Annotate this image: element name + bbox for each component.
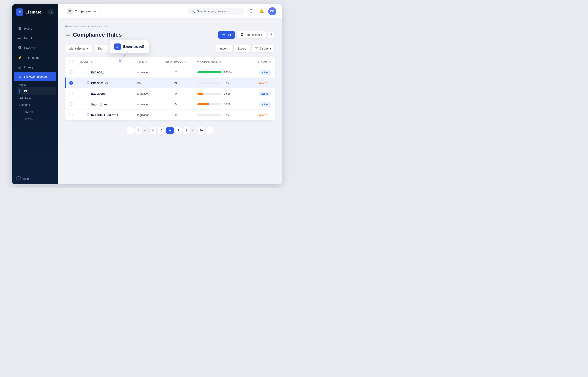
progress-bar-fill <box>197 103 209 105</box>
drag-handle-icon[interactable]: ⋮⋮ <box>80 71 85 74</box>
row-checkbox[interactable] <box>69 103 72 106</box>
type-cell: regulation <box>133 99 158 110</box>
show-button[interactable]: Sho ... <box>95 45 109 52</box>
sidebar-item-library[interactable]: ◎ Library <box>14 63 56 72</box>
compliance-cell: 100 % <box>194 67 246 78</box>
rule-name[interactable]: Sapin 2 law <box>91 103 108 106</box>
breadcrumb-list: List <box>105 25 109 28</box>
sort-icon[interactable]: ⇅ <box>269 61 271 63</box>
rule-name-cell: ⋮⋮ 🛡 ISO 9001 <box>76 67 133 78</box>
list-view-label: List <box>227 33 231 36</box>
sidebar-item-label: Process <box>24 46 35 50</box>
notifications-button[interactable]: 🔔 <box>258 7 265 15</box>
pagination-prev[interactable]: ‹ <box>127 127 134 134</box>
rule-name[interactable]: ISO 9001 V2 <box>91 81 108 85</box>
sort-icon[interactable]: ⇅ <box>145 61 147 63</box>
sidebar-item-home[interactable]: ⊞ Home <box>14 24 56 33</box>
pagination-page-6[interactable]: 6 <box>166 127 174 134</box>
import-label: Import <box>219 47 228 50</box>
app-wrapper: e Elemate ◀ ⊞ Home People Pro <box>12 4 282 184</box>
display-button[interactable]: Display ▾ <box>252 44 275 53</box>
avatar-initials: CO <box>270 10 275 13</box>
shield-icon: 🛡 <box>86 113 90 117</box>
type-column-header: TYPE ⇅ <box>133 57 158 67</box>
breadcrumb-risk[interactable]: Risk/Compliance <box>65 25 85 28</box>
progress-bar-bg <box>197 103 221 105</box>
row-checkbox[interactable]: ✓ <box>70 81 73 84</box>
pagination-page-20[interactable]: 20 <box>198 127 205 134</box>
export-tooltip: A▸ Export as pdf <box>109 40 149 53</box>
row-checkbox[interactable] <box>69 71 72 74</box>
progress-bar-bg <box>197 114 221 116</box>
company-name: Company.name <box>75 10 96 13</box>
checkbox-cell <box>66 67 76 78</box>
toolbar-right: Import Export Display ▾ <box>215 44 275 53</box>
drag-handle-icon[interactable]: ⋮⋮ <box>80 103 85 106</box>
pagination-next[interactable]: › <box>206 127 213 134</box>
sidebar-item-label: Risk/Compliance <box>24 75 47 78</box>
sort-icon[interactable]: ⇅ <box>90 61 92 63</box>
sidebar-sub-item-add-new[interactable]: Add/New <box>17 95 56 101</box>
help-section[interactable]: ? Help <box>12 173 58 184</box>
user-avatar[interactable]: CO <box>268 7 276 15</box>
import-button[interactable]: Import <box>215 44 232 53</box>
status-badge: inactive <box>256 81 271 85</box>
select-all-checkbox[interactable] <box>69 60 72 63</box>
rule-name[interactable]: ISO 9001 <box>91 71 104 74</box>
compliance-column-header: % COMPLIANCE ⇅ <box>194 57 246 67</box>
display-label: Display <box>259 47 269 50</box>
sidebar-item-risk-compliance[interactable]: ⚠ Risk/Compliance <box>14 72 56 81</box>
sort-icon[interactable]: ⇅ <box>219 61 221 63</box>
compliance-rules-table: RULES ⇅ TYPE ⇅ NB OF RULES ⇅ <box>65 57 275 120</box>
progress-bar-fill <box>197 71 221 73</box>
rule-name[interactable]: ISO 27001 <box>91 92 106 95</box>
pagination-dots: ··· <box>144 129 148 132</box>
sidebar-item-people[interactable]: People <box>14 33 56 43</box>
table-row: ⋮⋮ 🛡 ISO 27001 regulation 0 25 % active <box>66 88 275 99</box>
help-label: Help <box>23 177 29 180</box>
drag-handle-icon[interactable]: ⋮⋮ <box>80 114 85 117</box>
compliance-pct: 25 % <box>224 92 232 95</box>
sidebar-collapse-button[interactable]: ◀ <box>48 9 54 15</box>
sidebar-item-controls[interactable]: Controls <box>17 109 56 115</box>
search-input[interactable] <box>197 10 240 13</box>
help-icon: ? <box>16 176 21 181</box>
main-content: Company.name ▾ 🔍 💬 🔔 CO <box>58 4 282 184</box>
export-label: Export <box>238 47 246 50</box>
status-cell: active <box>246 88 275 99</box>
pagination-page-7[interactable]: 7 <box>175 127 182 134</box>
topnav-actions: 💬 🔔 CO <box>247 7 276 15</box>
sidebar-sub-item-notepad[interactable]: Notepad <box>17 102 56 108</box>
status-badge: active <box>259 102 271 107</box>
company-selector-button[interactable]: Company.name ▾ <box>64 6 102 16</box>
with-selected-label: With selected <box>69 47 85 50</box>
sidebar-item-technology[interactable]: ⚡ Technology <box>14 53 56 62</box>
pagination-page-8[interactable]: 8 <box>183 127 191 134</box>
progress-bar-bg <box>197 71 221 73</box>
tree-view-button[interactable]: Arborescence <box>236 31 266 39</box>
shield-icon: 🛡 <box>86 102 90 106</box>
sidebar-item-label: People <box>24 36 34 40</box>
help-icon-button[interactable]: ? <box>267 31 275 38</box>
sidebar-item-analysis[interactable]: Analysis <box>17 116 56 122</box>
drag-handle-icon[interactable]: ⋮⋮ <box>80 92 85 95</box>
pagination-page-4[interactable]: 4 <box>149 127 157 134</box>
row-checkbox[interactable] <box>69 92 72 95</box>
messages-button[interactable]: 💬 <box>247 7 255 15</box>
progress-bar-fill <box>197 93 203 94</box>
sidebar-sub-item-list[interactable]: List <box>17 87 56 95</box>
tree-icon <box>240 33 243 37</box>
with-selected-button[interactable]: With selected ▾ <box>65 45 92 52</box>
drag-handle-icon[interactable]: ⋮⋮ <box>80 82 85 84</box>
export-button[interactable]: Export <box>233 44 250 53</box>
rule-name-cell: ⋮⋮ 🛡 ISO 9001 V2 <box>76 78 133 88</box>
breadcrumb-compliance[interactable]: Compliance <box>88 25 102 28</box>
row-checkbox[interactable] <box>69 113 72 116</box>
risk-compliance-icon: ⚠ <box>18 74 22 79</box>
pagination-page-5[interactable]: 5 <box>158 127 165 134</box>
sidebar-item-process[interactable]: Process <box>14 43 56 53</box>
sort-icon[interactable]: ⇅ <box>185 61 186 63</box>
pagination-page-1[interactable]: 1 <box>135 127 142 134</box>
list-view-button[interactable]: List <box>218 31 235 39</box>
rule-name[interactable]: Reliable Audit Trail <box>91 113 118 117</box>
